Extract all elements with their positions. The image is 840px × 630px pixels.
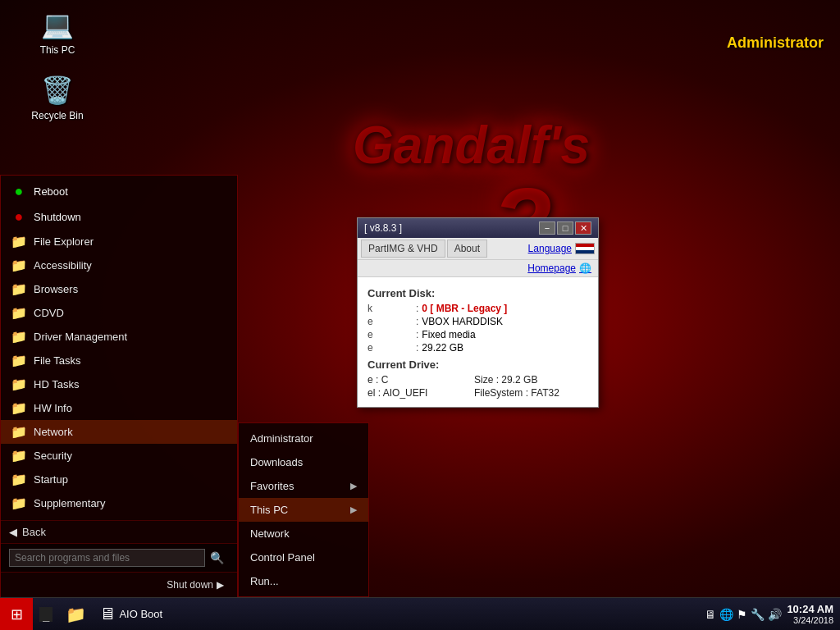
submenu-item-run[interactable]: Run... — [239, 569, 368, 593]
clock-date: 3/24/2018 — [787, 615, 833, 625]
menu-item-shutdown[interactable]: ● Shutdown — [1, 204, 237, 230]
info-minimize-button[interactable]: − — [539, 221, 555, 235]
menu-item-accessibility[interactable]: 📁 Accessibility — [1, 253, 237, 277]
shutdown-arrow-icon: ▶ — [217, 579, 224, 591]
info-window: [ v8.8.3 ] − □ ✕ PartIMG & VHD About Lan… — [357, 217, 599, 408]
menu-item-supplementary[interactable]: 📁 Supplementary — [1, 491, 237, 515]
shutdown-button[interactable]: Shut down ▶ — [162, 577, 229, 593]
submenu-item-downloads[interactable]: Downloads — [239, 450, 368, 474]
menu-item-cdvd[interactable]: 📁 CDVD — [1, 301, 237, 325]
submenu-item-favorites[interactable]: Favorites ▶ — [239, 474, 368, 498]
supplementary-label: Supplementary — [34, 497, 105, 509]
tray-flag-icon[interactable]: ⚑ — [737, 608, 747, 621]
taskbar: ⊞ _ 📁 🖥 AIO Boot 🖥 🌐 ⚑ 🔧 🔊 10:24 AM 3/24… — [0, 597, 840, 630]
cdvd-icon: 📁 — [11, 305, 27, 321]
supplementary-icon: 📁 — [11, 495, 27, 511]
tray-monitor-icon[interactable]: 🖥 — [705, 608, 716, 621]
this-pc-arrow-icon: ▶ — [350, 504, 357, 515]
taskbar-right: 🖥 🌐 ⚑ 🔧 🔊 10:24 AM 3/24/2018 — [705, 603, 840, 625]
drive-col2-1: FileSystem : FAT32 — [474, 387, 559, 399]
favorites-label: Favorites — [250, 480, 294, 492]
info-menu-about[interactable]: About — [447, 240, 487, 258]
menu-item-network[interactable]: 📁 Network — [1, 420, 237, 444]
drive-row-0: e : C Size : 29.2 GB — [368, 374, 588, 386]
language-label: Language — [528, 243, 572, 254]
submenu-item-network[interactable]: Network — [239, 522, 368, 546]
tray-unknown-icon[interactable]: 🔧 — [751, 608, 765, 621]
flag-icon — [575, 243, 595, 254]
shutdown-area: Shut down ▶ — [1, 572, 237, 597]
start-button[interactable]: ⊞ — [0, 598, 33, 631]
driver-management-label: Driver Management — [34, 331, 127, 343]
file-tasks-label: File Tasks — [34, 354, 81, 367]
info-menu-partimg[interactable]: PartIMG & VHD — [361, 240, 445, 258]
filesystem-value: FAT32 — [531, 387, 559, 399]
info-close-button[interactable]: ✕ — [575, 221, 591, 235]
cdvd-label: CDVD — [34, 307, 64, 319]
taskbar-explorer[interactable]: 📁 — [59, 598, 93, 631]
file-explorer-icon: 📁 — [11, 234, 27, 249]
info-maximize-button[interactable]: □ — [557, 221, 573, 235]
clock[interactable]: 10:24 AM 3/24/2018 — [787, 603, 833, 625]
info-body: Current Disk: k : 0 [ MBR - Legacy ] e :… — [358, 277, 598, 407]
this-pc-label: This PC — [40, 44, 75, 56]
menu-item-hd-tasks[interactable]: 📁 HD Tasks — [1, 372, 237, 396]
desktop: Gandalf's 3 Administrator 💻 This PC 🗑️ R… — [0, 0, 840, 630]
size-label: Size — [474, 374, 493, 386]
menu-item-reboot[interactable]: ● Reboot — [1, 179, 237, 204]
aio-boot-icon: 🖥 — [99, 605, 116, 623]
menu-item-hw-info[interactable]: 📁 HW Info — [1, 396, 237, 420]
control-panel-label: Control Panel — [250, 551, 315, 564]
drive-col2-0: Size : 29.2 GB — [474, 374, 537, 386]
disk-value-0: 0 [ MBR - Legacy ] — [422, 303, 507, 314]
administrator-label: Administrator — [250, 432, 313, 445]
menu-item-driver-management[interactable]: 📁 Driver Management — [1, 325, 237, 349]
startup-icon: 📁 — [11, 472, 27, 487]
file-explorer-label: File Explorer — [34, 235, 94, 248]
cmd-icon: _ — [39, 607, 52, 622]
startup-label: Startup — [34, 473, 68, 486]
disk-value-3: 29.22 GB — [422, 342, 463, 354]
network-label: Network — [34, 426, 73, 438]
menu-item-browsers[interactable]: 📁 Browsers — [1, 277, 237, 301]
taskbar-aio-boot[interactable]: 🖥 AIO Boot — [93, 598, 169, 631]
search-input[interactable] — [9, 549, 205, 567]
tray-network-icon[interactable]: 🌐 — [719, 608, 733, 621]
submenu-item-this-pc[interactable]: This PC ▶ — [239, 498, 368, 522]
browsers-icon: 📁 — [11, 281, 27, 297]
info-window-title: [ v8.8.3 ] — [364, 222, 402, 234]
menu-item-startup[interactable]: 📁 Startup — [1, 468, 237, 491]
hd-tasks-icon: 📁 — [11, 377, 27, 392]
info-titlebar: [ v8.8.3 ] − □ ✕ — [358, 218, 598, 238]
drive-label-e0: e — [368, 374, 373, 386]
this-pc-icon: 💻 — [41, 8, 74, 41]
disk-label-0: k — [368, 303, 413, 314]
disk-row-2: e : Fixed media — [368, 329, 588, 340]
tray-volume-icon[interactable]: 🔊 — [768, 608, 782, 621]
admin-label: Administrator — [727, 34, 824, 52]
menu-items-list: ● Reboot ● Shutdown 📁 File Explorer 📁 Ac… — [1, 176, 237, 520]
homepage-icon: 🌐 — [579, 262, 591, 274]
desktop-icon-recycle-bin[interactable]: 🗑️ Recycle Bin — [25, 74, 90, 121]
search-button[interactable]: 🔍 — [205, 550, 229, 566]
shutdown-label: Shutdown — [34, 211, 81, 223]
drive-col1-0: e : C — [368, 374, 474, 386]
drive-label-el1: el — [368, 387, 375, 399]
disk-value-1: VBOX HARDDISK — [422, 316, 503, 327]
gandalf-watermark: Gandalf's — [353, 115, 590, 176]
menu-item-file-explorer[interactable]: 📁 File Explorer — [1, 230, 237, 253]
submenu-item-administrator[interactable]: Administrator — [239, 427, 368, 450]
homepage-link[interactable]: Homepage 🌐 — [527, 262, 591, 274]
current-drive-title: Current Drive: — [368, 358, 588, 371]
submenu-item-control-panel[interactable]: Control Panel — [239, 546, 368, 569]
language-button[interactable]: Language — [528, 243, 595, 254]
desktop-icon-this-pc[interactable]: 💻 This PC — [25, 8, 90, 56]
disk-row-1: e : VBOX HARDDISK — [368, 316, 588, 327]
drive-row-1: el : AIO_UEFI FileSystem : FAT32 — [368, 387, 588, 399]
taskbar-cmd[interactable]: _ — [33, 598, 59, 631]
back-arrow-icon: ◀ — [9, 526, 17, 538]
menu-item-security[interactable]: 📁 Security — [1, 444, 237, 468]
back-button[interactable]: ◀ Back — [1, 520, 237, 543]
menu-item-file-tasks[interactable]: 📁 File Tasks — [1, 349, 237, 372]
back-label: Back — [22, 526, 46, 538]
